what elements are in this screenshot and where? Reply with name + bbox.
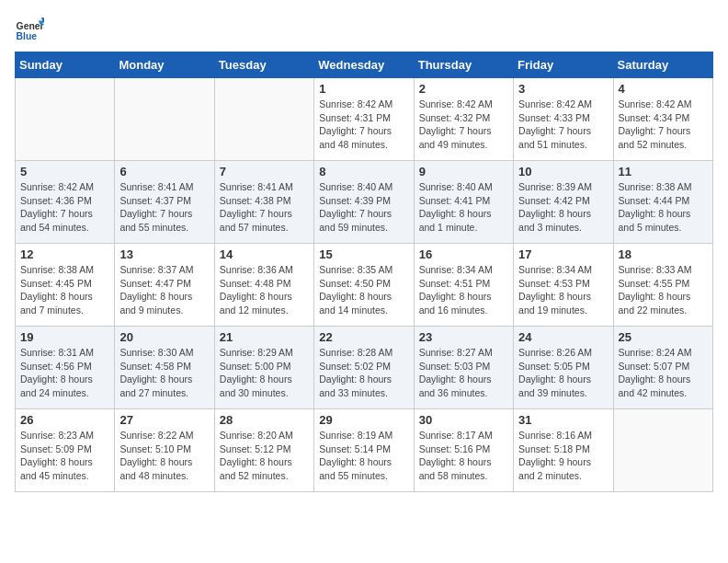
day-info: Sunrise: 8:31 AM Sunset: 4:56 PM Dayligh… [20,346,109,400]
weekday-header-tuesday: Tuesday [214,52,313,78]
day-info: Sunrise: 8:42 AM Sunset: 4:31 PM Dayligh… [319,98,408,152]
day-info: Sunrise: 8:29 AM Sunset: 5:00 PM Dayligh… [220,346,309,400]
day-info: Sunrise: 8:24 AM Sunset: 5:07 PM Dayligh… [619,346,708,400]
day-number: 16 [419,247,508,261]
calendar-cell: 8Sunrise: 8:40 AM Sunset: 4:39 PM Daylig… [314,161,414,244]
day-number: 23 [419,330,508,344]
calendar-cell: 28Sunrise: 8:20 AM Sunset: 5:12 PM Dayli… [214,409,313,492]
day-info: Sunrise: 8:40 AM Sunset: 4:39 PM Dayligh… [319,180,408,235]
day-info: Sunrise: 8:42 AM Sunset: 4:32 PM Dayligh… [419,98,508,152]
calendar-cell [613,409,712,492]
day-number: 24 [518,330,608,344]
calendar-cell: 14Sunrise: 8:36 AM Sunset: 4:48 PM Dayli… [214,244,313,327]
week-row-1: 1Sunrise: 8:42 AM Sunset: 4:31 PM Daylig… [16,78,713,161]
weekday-header-saturday: Saturday [613,52,712,78]
calendar-cell: 26Sunrise: 8:23 AM Sunset: 5:09 PM Dayli… [16,409,115,492]
day-info: Sunrise: 8:41 AM Sunset: 4:38 PM Dayligh… [220,180,309,235]
calendar-cell: 31Sunrise: 8:16 AM Sunset: 5:18 PM Dayli… [514,409,613,492]
calendar-cell: 19Sunrise: 8:31 AM Sunset: 4:56 PM Dayli… [16,327,115,409]
day-info: Sunrise: 8:26 AM Sunset: 5:05 PM Dayligh… [518,346,608,400]
day-info: Sunrise: 8:42 AM Sunset: 4:34 PM Dayligh… [619,98,708,152]
calendar-cell: 2Sunrise: 8:42 AM Sunset: 4:32 PM Daylig… [414,78,513,161]
day-info: Sunrise: 8:35 AM Sunset: 4:50 PM Dayligh… [319,263,408,317]
day-number: 25 [619,330,708,344]
day-number: 28 [220,413,309,427]
weekday-header-friday: Friday [514,52,613,78]
day-number: 17 [518,247,608,261]
week-row-4: 19Sunrise: 8:31 AM Sunset: 4:56 PM Dayli… [16,327,713,409]
day-number: 29 [319,413,408,427]
week-row-5: 26Sunrise: 8:23 AM Sunset: 5:09 PM Dayli… [16,409,713,492]
calendar-cell: 18Sunrise: 8:33 AM Sunset: 4:55 PM Dayli… [613,244,712,327]
calendar-cell: 20Sunrise: 8:30 AM Sunset: 4:58 PM Dayli… [115,327,214,409]
day-number: 15 [319,247,408,261]
day-info: Sunrise: 8:27 AM Sunset: 5:03 PM Dayligh… [419,346,508,400]
week-row-3: 12Sunrise: 8:38 AM Sunset: 4:45 PM Dayli… [16,244,713,327]
day-number: 31 [518,413,608,427]
week-row-2: 5Sunrise: 8:42 AM Sunset: 4:36 PM Daylig… [16,161,713,244]
day-number: 11 [619,165,708,178]
day-number: 4 [619,82,708,96]
calendar-cell: 22Sunrise: 8:28 AM Sunset: 5:02 PM Dayli… [314,327,414,409]
calendar-cell: 16Sunrise: 8:34 AM Sunset: 4:51 PM Dayli… [414,244,513,327]
day-info: Sunrise: 8:36 AM Sunset: 4:48 PM Dayligh… [220,263,309,317]
day-number: 27 [119,413,209,427]
day-number: 5 [20,165,109,178]
calendar-table: SundayMondayTuesdayWednesdayThursdayFrid… [15,52,713,492]
day-number: 14 [220,247,309,261]
calendar-cell: 29Sunrise: 8:19 AM Sunset: 5:14 PM Dayli… [314,409,414,492]
calendar-cell: 6Sunrise: 8:41 AM Sunset: 4:37 PM Daylig… [115,161,214,244]
logo-icon: General Blue [15,15,44,44]
weekday-header-monday: Monday [115,52,214,78]
weekday-header-thursday: Thursday [414,52,513,78]
day-number: 20 [119,330,209,344]
day-info: Sunrise: 8:30 AM Sunset: 4:58 PM Dayligh… [119,346,209,400]
logo: General Blue [15,15,48,44]
calendar-cell: 5Sunrise: 8:42 AM Sunset: 4:36 PM Daylig… [16,161,115,244]
day-number: 30 [419,413,508,427]
day-number: 12 [20,247,109,261]
calendar-cell: 24Sunrise: 8:26 AM Sunset: 5:05 PM Dayli… [514,327,613,409]
day-number: 22 [319,330,408,344]
weekday-header-wednesday: Wednesday [314,52,414,78]
calendar-cell: 12Sunrise: 8:38 AM Sunset: 4:45 PM Dayli… [16,244,115,327]
calendar-body: 1Sunrise: 8:42 AM Sunset: 4:31 PM Daylig… [16,78,713,492]
day-number: 8 [319,165,408,178]
day-info: Sunrise: 8:37 AM Sunset: 4:47 PM Dayligh… [119,263,209,317]
calendar-cell: 9Sunrise: 8:40 AM Sunset: 4:41 PM Daylig… [414,161,513,244]
calendar-cell [16,78,115,161]
day-number: 13 [119,247,209,261]
day-info: Sunrise: 8:20 AM Sunset: 5:12 PM Dayligh… [220,429,309,483]
calendar-cell: 10Sunrise: 8:39 AM Sunset: 4:42 PM Dayli… [514,161,613,244]
day-number: 2 [419,82,508,96]
day-info: Sunrise: 8:40 AM Sunset: 4:41 PM Dayligh… [419,180,508,235]
calendar-cell: 1Sunrise: 8:42 AM Sunset: 4:31 PM Daylig… [314,78,414,161]
day-number: 10 [518,165,608,178]
day-info: Sunrise: 8:17 AM Sunset: 5:16 PM Dayligh… [419,429,508,483]
day-info: Sunrise: 8:42 AM Sunset: 4:33 PM Dayligh… [518,98,608,152]
day-info: Sunrise: 8:39 AM Sunset: 4:42 PM Dayligh… [518,180,608,235]
day-number: 7 [220,165,309,178]
calendar-cell: 30Sunrise: 8:17 AM Sunset: 5:16 PM Dayli… [414,409,513,492]
day-info: Sunrise: 8:33 AM Sunset: 4:55 PM Dayligh… [619,263,708,317]
calendar-cell: 13Sunrise: 8:37 AM Sunset: 4:47 PM Dayli… [115,244,214,327]
day-number: 26 [20,413,109,427]
weekday-header-sunday: Sunday [16,52,115,78]
calendar-cell [115,78,214,161]
day-info: Sunrise: 8:41 AM Sunset: 4:37 PM Dayligh… [119,180,209,235]
day-number: 19 [20,330,109,344]
day-info: Sunrise: 8:23 AM Sunset: 5:09 PM Dayligh… [20,429,109,483]
calendar-cell: 3Sunrise: 8:42 AM Sunset: 4:33 PM Daylig… [514,78,613,161]
day-info: Sunrise: 8:38 AM Sunset: 4:44 PM Dayligh… [619,180,708,235]
calendar-cell: 27Sunrise: 8:22 AM Sunset: 5:10 PM Dayli… [115,409,214,492]
calendar-cell: 25Sunrise: 8:24 AM Sunset: 5:07 PM Dayli… [613,327,712,409]
day-number: 18 [619,247,708,261]
day-number: 1 [319,82,408,96]
day-info: Sunrise: 8:16 AM Sunset: 5:18 PM Dayligh… [518,429,608,483]
calendar-cell: 11Sunrise: 8:38 AM Sunset: 4:44 PM Dayli… [613,161,712,244]
day-info: Sunrise: 8:28 AM Sunset: 5:02 PM Dayligh… [319,346,408,400]
calendar-cell: 4Sunrise: 8:42 AM Sunset: 4:34 PM Daylig… [613,78,712,161]
page-header: General Blue [15,15,713,44]
calendar-cell [214,78,313,161]
day-number: 21 [220,330,309,344]
